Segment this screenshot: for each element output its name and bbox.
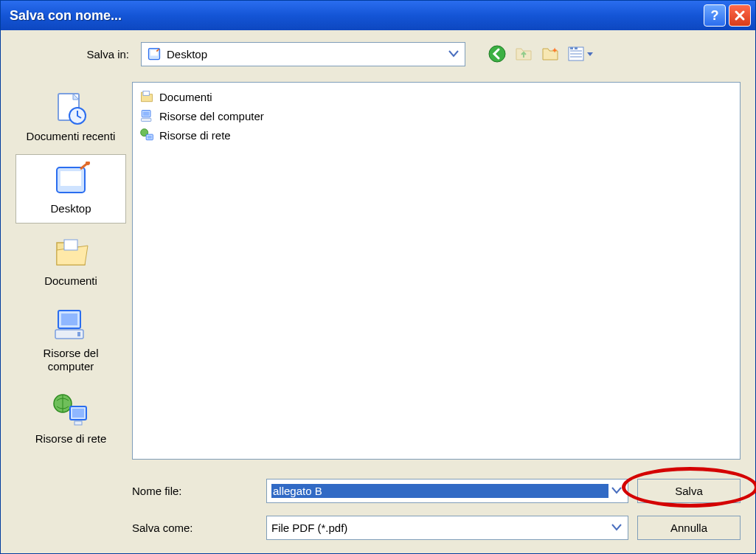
svg-rect-7 [575, 47, 578, 49]
computer-small-icon [139, 108, 155, 124]
place-label: Documenti [44, 274, 97, 288]
list-item[interactable]: Documenti [139, 87, 734, 106]
list-item[interactable]: Risorse del computer [139, 106, 734, 125]
bottom-controls: Nome file: allegato B Salva Salva come: … [132, 476, 741, 542]
toolbar [486, 43, 595, 65]
svg-rect-22 [143, 91, 149, 96]
svg-rect-6 [570, 47, 573, 49]
place-network[interactable]: Risorse di rete [15, 384, 126, 454]
list-item[interactable]: Risorse di rete [139, 125, 734, 145]
back-button[interactable] [486, 43, 508, 65]
filename-label: Nome file: [132, 485, 257, 497]
svg-rect-15 [61, 314, 77, 325]
new-folder-button[interactable] [539, 43, 561, 65]
folder-icon [139, 89, 155, 105]
svg-rect-25 [142, 118, 151, 121]
network-icon [49, 391, 93, 429]
place-label: Risorse di rete [35, 432, 107, 446]
list-item-label: Documenti [159, 91, 212, 103]
folder-up-icon [514, 44, 533, 63]
recent-docs-icon [49, 89, 93, 127]
views-icon [567, 44, 594, 63]
help-button[interactable]: ? [704, 4, 726, 27]
cancel-button-label: Annulla [670, 522, 707, 534]
chevron-down-icon[interactable] [445, 46, 462, 62]
list-item-label: Risorse del computer [159, 110, 264, 122]
places-bar: Documenti recenti Desktop [15, 82, 126, 542]
up-one-level-button[interactable] [513, 43, 535, 65]
filename-combobox[interactable]: allegato B [266, 479, 628, 503]
body-row: Documenti recenti Desktop [15, 82, 741, 542]
desktop-icon [146, 46, 162, 62]
titlebar: Salva con nome... ? [1, 1, 755, 30]
client-area: Salva in: Desktop [1, 30, 755, 553]
location-combobox[interactable]: Desktop [141, 42, 465, 66]
svg-rect-11 [60, 171, 81, 186]
file-pane: Documenti Risorse del computer [132, 82, 741, 542]
svg-rect-21 [74, 421, 82, 425]
savetype-combobox[interactable]: File PDF (*.pdf) [266, 516, 628, 540]
computer-icon [49, 305, 93, 344]
place-label: Documenti recenti [27, 130, 116, 143]
documents-icon [49, 233, 93, 271]
back-icon [488, 44, 507, 63]
svg-rect-24 [143, 111, 149, 116]
chevron-down-icon[interactable] [608, 519, 625, 536]
place-desktop[interactable]: Desktop [15, 154, 126, 224]
location-value: Desktop [167, 48, 441, 60]
close-icon [734, 10, 746, 21]
window-title: Salva con nome... [10, 8, 122, 24]
file-list[interactable]: Documenti Risorse del computer [132, 82, 741, 460]
save-button[interactable]: Salva [637, 479, 741, 503]
views-button[interactable] [566, 43, 595, 65]
filename-value: allegato B [271, 484, 608, 498]
place-documents[interactable]: Documenti [15, 226, 126, 296]
location-row: Salva in: Desktop [15, 41, 741, 67]
svg-rect-13 [64, 240, 77, 250]
cancel-button[interactable]: Annulla [637, 516, 741, 540]
place-recent-docs[interactable]: Documenti recenti [15, 82, 126, 151]
svg-rect-17 [77, 332, 80, 336]
network-small-icon [139, 127, 155, 143]
saveas-dialog: Salva con nome... ? Salva in: [0, 0, 756, 554]
place-label: Risorse del computer [21, 347, 121, 373]
savetype-value: File PDF (*.pdf) [271, 522, 608, 534]
desktop-place-icon [49, 161, 93, 199]
salva-in-label: Salva in: [15, 48, 133, 60]
place-label: Desktop [50, 202, 91, 215]
chevron-down-icon[interactable] [608, 482, 625, 499]
svg-rect-28 [148, 136, 152, 139]
list-item-label: Risorse di rete [159, 129, 231, 142]
svg-point-1 [489, 46, 505, 62]
save-button-label: Salva [675, 485, 703, 497]
new-folder-icon [541, 44, 560, 63]
savetype-label: Salva come: [132, 522, 257, 534]
place-my-computer[interactable]: Risorse del computer [15, 299, 126, 381]
svg-rect-20 [72, 409, 84, 418]
close-button[interactable] [729, 4, 751, 27]
titlebar-buttons: ? [704, 4, 751, 27]
help-icon: ? [711, 8, 719, 24]
